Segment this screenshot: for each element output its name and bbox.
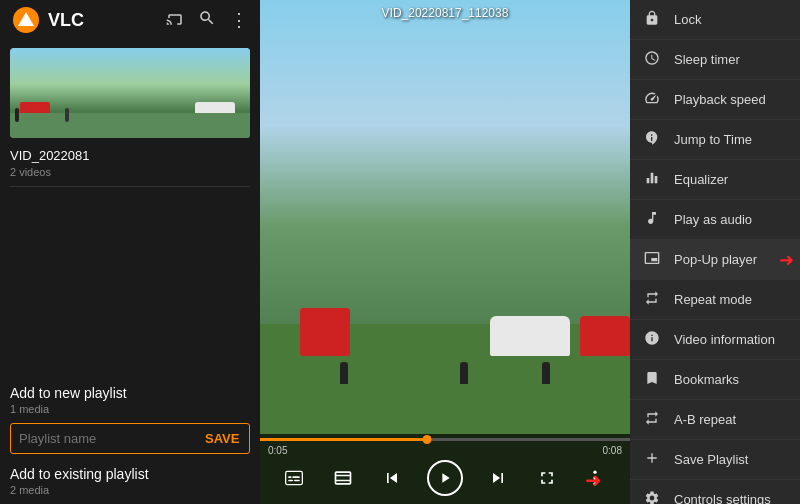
svg-point-9 <box>594 476 597 479</box>
svg-rect-6 <box>294 480 300 482</box>
scene-person-1 <box>340 362 348 384</box>
scene-truck-red <box>300 308 350 356</box>
svg-point-10 <box>594 482 597 485</box>
menu-item-controls-settings[interactable]: Controls settings <box>630 480 800 504</box>
popup-player-label: Pop-Up player <box>674 252 788 267</box>
cast-icon[interactable] <box>166 9 184 32</box>
menu-item-play-as-audio[interactable]: Play as audio <box>630 200 800 240</box>
video-information-icon <box>642 330 662 350</box>
add-to-new-playlist-section: Add to new playlist 1 media SAVE <box>0 375 260 460</box>
bookmarks-label: Bookmarks <box>674 372 788 387</box>
menu-item-equalizer[interactable]: Equalizer <box>630 160 800 200</box>
aspect-ratio-button[interactable] <box>329 466 357 490</box>
popup-player-icon <box>642 250 662 270</box>
menu-item-lock[interactable]: Lock <box>630 0 800 40</box>
svg-point-8 <box>594 471 597 474</box>
controls-settings-label: Controls settings <box>674 492 788 504</box>
add-playlist-title: Add to new playlist <box>10 385 250 401</box>
scene-car-white <box>490 316 570 356</box>
save-playlist-icon <box>642 450 662 470</box>
lock-icon <box>642 10 662 30</box>
sleep-timer-label: Sleep timer <box>674 52 788 67</box>
controls-settings-icon <box>642 490 662 505</box>
repeat-mode-icon <box>642 290 662 310</box>
sleep-timer-icon <box>642 50 662 70</box>
thumb-content <box>10 48 250 138</box>
play-as-audio-label: Play as audio <box>674 212 788 227</box>
add-playlist-sub: 1 media <box>10 403 250 415</box>
menu-item-sleep-timer[interactable]: Sleep timer <box>630 40 800 80</box>
playback-speed-icon <box>642 90 662 110</box>
equalizer-icon <box>642 170 662 190</box>
add-existing-title: Add to existing playlist <box>10 466 250 482</box>
save-playlist-button[interactable]: SAVE <box>195 424 249 453</box>
context-menu: Lock Sleep timer Playback speed Jump to … <box>630 0 800 504</box>
existing-sub: 2 media <box>10 484 250 496</box>
repeat-mode-label: Repeat mode <box>674 292 788 307</box>
popup-player-arrow: ➜ <box>779 249 794 271</box>
time-row: 0:05 0:08 <box>260 445 630 456</box>
menu-item-jump-to-time[interactable]: Jump to Time <box>630 120 800 160</box>
fullscreen-button[interactable] <box>533 466 561 490</box>
scene-person-3 <box>542 362 550 384</box>
playlist-input-row: SAVE <box>10 423 250 454</box>
vlc-logo <box>12 6 40 34</box>
total-time: 0:08 <box>603 445 622 456</box>
play-button[interactable] <box>427 460 463 496</box>
video-title-bar: VID_20220817_112038 <box>260 0 630 26</box>
scene-person-2 <box>460 362 468 384</box>
subtitle-button[interactable] <box>280 466 308 490</box>
app-title: VLC <box>48 10 158 31</box>
menu-item-video-information[interactable]: Video information <box>630 320 800 360</box>
svg-rect-7 <box>336 472 351 484</box>
bookmarks-icon <box>642 370 662 390</box>
skip-next-button[interactable] <box>484 466 512 490</box>
more-options-button[interactable] <box>581 466 609 490</box>
sidebar: VLC ⋮ VID_2022081 2 videos Add to new <box>0 0 260 504</box>
video-sublabel: 2 videos <box>0 165 260 186</box>
ab-repeat-icon <box>642 410 662 430</box>
progress-bar[interactable] <box>260 438 630 441</box>
menu-item-playback-speed[interactable]: Playback speed <box>630 80 800 120</box>
video-controls: 0:05 0:08 <box>260 434 630 504</box>
video-label: VID_2022081 <box>0 146 260 165</box>
video-thumbnail[interactable] <box>10 48 250 138</box>
svg-rect-4 <box>293 476 301 478</box>
video-player: VID_20220817_112038 0:05 0:08 <box>260 0 630 504</box>
current-time: 0:05 <box>268 445 287 456</box>
controls-row <box>260 458 630 498</box>
jump-to-time-icon <box>642 130 662 150</box>
progress-fill <box>260 438 427 441</box>
menu-item-ab-repeat[interactable]: A-B repeat <box>630 400 800 440</box>
menu-item-bookmarks[interactable]: Bookmarks <box>630 360 800 400</box>
sidebar-actions: ⋮ <box>166 9 248 32</box>
skip-previous-button[interactable] <box>378 466 406 490</box>
lock-label: Lock <box>674 12 788 27</box>
search-icon[interactable] <box>198 9 216 32</box>
jump-to-time-label: Jump to Time <box>674 132 788 147</box>
menu-item-save-playlist[interactable]: Save Playlist <box>630 440 800 480</box>
menu-item-popup-player[interactable]: Pop-Up player ➜ <box>630 240 800 280</box>
play-as-audio-icon <box>642 210 662 230</box>
playlist-name-input[interactable] <box>11 424 195 453</box>
playback-speed-label: Playback speed <box>674 92 788 107</box>
sidebar-header: VLC ⋮ <box>0 0 260 40</box>
scene-car-red <box>580 316 630 356</box>
svg-rect-3 <box>289 476 292 478</box>
ab-repeat-label: A-B repeat <box>674 412 788 427</box>
add-to-existing-section: Add to existing playlist 2 media <box>0 460 260 504</box>
menu-item-repeat-mode[interactable]: Repeat mode <box>630 280 800 320</box>
spacer <box>0 187 260 375</box>
equalizer-label: Equalizer <box>674 172 788 187</box>
progress-thumb <box>422 435 431 444</box>
svg-rect-5 <box>289 480 294 482</box>
save-playlist-label: Save Playlist <box>674 452 788 467</box>
video-content <box>260 0 630 504</box>
more-options-icon[interactable]: ⋮ <box>230 9 248 31</box>
video-information-label: Video information <box>674 332 788 347</box>
